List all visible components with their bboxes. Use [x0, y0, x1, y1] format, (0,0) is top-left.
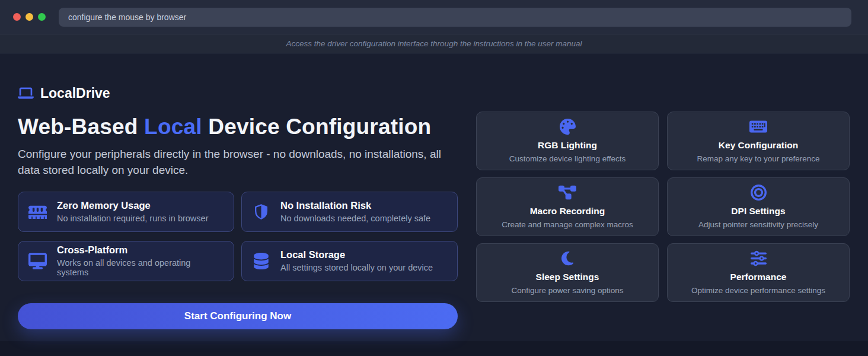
feature-title: No Installation Risk [280, 200, 430, 211]
tool-title: RGB Lighting [538, 140, 597, 151]
feature-desc: No downloads needed, completely safe [280, 214, 430, 223]
tool-title: Key Configuration [719, 140, 798, 151]
feature-text: Local Storage All settings stored locall… [280, 249, 433, 272]
tool-desc: Customize device lighting effects [509, 154, 626, 163]
feature-title: Local Storage [280, 249, 433, 260]
feature-desc: All settings stored locally on your devi… [280, 263, 433, 272]
tool-title: DPI Settings [731, 206, 785, 217]
feature-card-no-install-risk: No Installation Risk No downloads needed… [241, 192, 458, 232]
tool-title: Macro Recording [530, 206, 605, 217]
tool-card-key-configuration[interactable]: Key Configuration Remap any key to your … [667, 112, 850, 170]
feature-desc: Works on all devices and operating syste… [57, 258, 224, 277]
tool-card-performance[interactable]: Performance Optimize device performance … [667, 243, 850, 302]
brand-logo: LocalDrive [18, 85, 458, 101]
title-pre: Web-Based [18, 115, 144, 139]
feature-card-local-storage: Local Storage All settings stored locall… [241, 241, 458, 281]
tool-grid: RGB Lighting Customize device lighting e… [476, 53, 850, 341]
feature-grid: Zero Memory Usage No installation requir… [18, 192, 458, 281]
laptop-icon [18, 86, 34, 100]
tool-desc: Adjust pointer sensitivity precisely [698, 220, 818, 229]
memory-icon [28, 204, 47, 220]
tool-card-rgb-lighting[interactable]: RGB Lighting Customize device lighting e… [476, 112, 659, 170]
tool-desc: Remap any key to your preference [697, 154, 819, 163]
shield-icon [252, 204, 270, 220]
sliders-icon [749, 250, 767, 266]
main-content: LocalDrive Web-Based Local Device Config… [0, 53, 868, 341]
palette-icon [559, 119, 576, 135]
tool-title: Sleep Settings [536, 272, 599, 282]
page-title: Web-Based Local Device Configuration [18, 115, 458, 140]
tool-title: Performance [730, 272, 787, 282]
desktop-icon [28, 253, 47, 269]
feature-title: Cross-Platform [57, 244, 224, 256]
moon-icon [559, 250, 576, 266]
feature-text: No Installation Risk No downloads needed… [280, 200, 430, 223]
hero-section: LocalDrive Web-Based Local Device Config… [18, 53, 458, 341]
tool-card-macro-recording[interactable]: Macro Recording Create and manage comple… [476, 177, 659, 236]
feature-title: Zero Memory Usage [57, 200, 209, 211]
close-window-button[interactable] [13, 13, 21, 21]
bullseye-icon [749, 185, 767, 201]
browser-topbar: configure the mouse by browser [0, 0, 868, 34]
notice-text: Access the driver configuration interfac… [286, 39, 582, 48]
feature-desc: No installation required, runs in browse… [57, 214, 209, 223]
tool-card-dpi-settings[interactable]: DPI Settings Adjust pointer sensitivity … [667, 177, 850, 236]
page-subtitle: Configure your peripherals directly in t… [18, 146, 454, 179]
maximize-window-button[interactable] [38, 13, 46, 21]
feature-card-zero-memory: Zero Memory Usage No installation requir… [18, 192, 234, 232]
brand-name: LocalDrive [40, 85, 110, 101]
minimize-window-button[interactable] [25, 13, 33, 21]
tool-desc: Optimize device performance settings [691, 286, 825, 295]
database-icon [252, 253, 270, 269]
window-controls [13, 13, 46, 21]
keyboard-icon [749, 119, 767, 135]
address-bar[interactable]: configure the mouse by browser [59, 8, 851, 27]
feature-text: Cross-Platform Works on all devices and … [57, 244, 224, 277]
title-post: Device Configuration [202, 115, 432, 139]
tool-desc: Configure power saving options [511, 286, 623, 295]
tool-card-sleep-settings[interactable]: Sleep Settings Configure power saving op… [476, 243, 659, 302]
tool-desc: Create and manage complex macros [502, 220, 633, 229]
feature-card-cross-platform: Cross-Platform Works on all devices and … [18, 241, 234, 281]
feature-text: Zero Memory Usage No installation requir… [57, 200, 209, 223]
address-bar-text: configure the mouse by browser [68, 12, 186, 22]
diagram-icon [559, 185, 576, 201]
title-highlight: Local [144, 115, 202, 139]
start-configuring-button[interactable]: Start Configuring Now [18, 303, 458, 329]
notice-bar: Access the driver configuration interfac… [0, 34, 868, 53]
